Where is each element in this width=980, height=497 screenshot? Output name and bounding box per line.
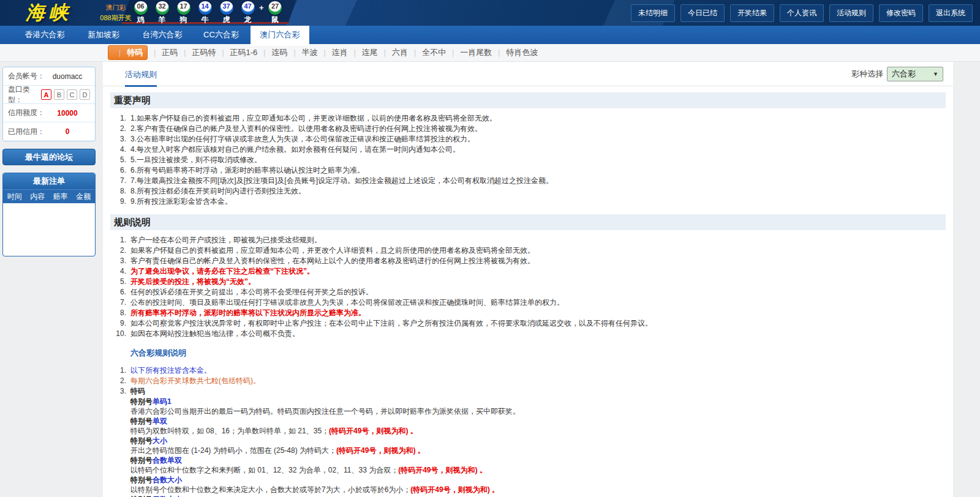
bet-type-tab[interactable]: 正码特: [178, 47, 216, 58]
rule-text: 客户有责任确保自己的帐户及登入资料的保密性，在本网站上以个人的使用者名称及密码进…: [130, 256, 535, 266]
lottery-ball-column: 37 虎: [216, 1, 237, 25]
rule-number: 6.: [110, 165, 126, 176]
lottery-tabs-bar: 香港六合彩 新加坡彩 台湾六合彩 CC六合彩 澳门六合彩: [0, 26, 980, 44]
top-nav: 未结明细 今日已结 开奖结果 个人资讯 活动规则 修改密码 退出系统: [631, 4, 973, 22]
rule-number: 3.: [110, 134, 126, 144]
account-panel: 会员帐号： duomacc 盘口类型： A B C D: [2, 67, 96, 141]
handicap-type-option[interactable]: D: [80, 89, 90, 100]
top-nav-button[interactable]: 活动规则: [829, 4, 873, 22]
important-statement-list: 1. 1.如果客户怀疑自己的资料被盗用，应立即通知本公司，并更改详细数据，以前的…: [110, 113, 946, 207]
rule-text: 6.所有号码赔率将不时浮动，派彩时的赔率将以确认投注时之赔率为准。: [130, 165, 364, 176]
rule-text: 3.公布赔率时出现的任何打字错误或非故意人为失误，本公司保留改正错误和按正确赔率…: [130, 134, 475, 144]
handicap-type-label: 盘口类型：: [8, 84, 39, 105]
rule-item: 2. 如果客户怀疑自己的资料被盗用，应立即通知本公司，并更改个人详细资料，且之前…: [110, 245, 946, 256]
bet-type-tab[interactable]: 一肖尾数: [446, 47, 492, 58]
forum-button[interactable]: 最牛逼的论坛: [2, 149, 96, 165]
top-header: 海峡 澳门彩 088期开奖 06 鸡 32 羊: [0, 0, 980, 26]
rule-number: 5.: [110, 155, 126, 165]
bet-type-tab[interactable]: 六肖: [378, 47, 408, 58]
top-nav-button[interactable]: 今日已结: [680, 4, 725, 22]
lottery-tab[interactable]: CC六合彩: [192, 26, 251, 44]
lottery-ball: 32: [156, 1, 169, 15]
special-number-type: 大小: [153, 436, 167, 445]
lottery-select[interactable]: 六合彩 ▼: [887, 67, 943, 81]
bet-type-tab[interactable]: 正码: [148, 47, 178, 58]
bet-type-tab[interactable]: 全不中: [408, 47, 446, 58]
rule-number: 1.: [110, 235, 126, 245]
top-nav-button[interactable]: 个人资讯: [780, 4, 824, 22]
rule-number: 2.: [110, 245, 126, 256]
rule-item: 7. 7.每注最高投注金额按不同[场次]及[投注项目]及[会员账号]设定浮动。如…: [110, 176, 946, 186]
latest-bets-panel: 最新注单 时间 内容 赔率 金额: [2, 173, 96, 256]
rule-number: 2.: [110, 376, 126, 386]
special-number-prefix: 特别号: [130, 397, 153, 406]
credit-value: 10000: [45, 109, 90, 118]
rule-number: 2.: [110, 124, 126, 134]
special-number-block: 特别号合数大小 以特别号个位数和十位数之和来决定大小，合数大於或等於7为大，小於…: [130, 475, 946, 495]
description-red-note: (特码开49号，则视为和) 。: [329, 427, 418, 435]
lottery-tab[interactable]: 台湾六合彩: [133, 26, 192, 44]
description-red-note: (特码开49号，则视为和) 。: [398, 466, 487, 474]
handicap-type-options: A B C D: [39, 89, 90, 100]
special-number-heading: 特别号合数单双: [130, 455, 946, 465]
top-nav-button[interactable]: 开奖结果: [730, 4, 774, 22]
lottery-select-area: 彩种选择 六合彩 ▼: [851, 67, 943, 81]
bet-type-tab[interactable]: 半波: [287, 47, 317, 58]
description-red-note: (特码开49号，则视为和) 。: [410, 485, 499, 494]
special-number-description: 特码为双数叫特双，如 08、16；为单数叫特单，如 21、35；(特码开49号，…: [130, 426, 946, 436]
lottery-ball-column: 27 鼠: [265, 1, 286, 25]
description-red-note: (特码开49号，则视为和) 。: [336, 446, 425, 455]
rule-item: 2. 2.客户有责任确保自己的账户及登入资料的保密性。以使用者名称及密码进行的任…: [110, 124, 946, 134]
rule-item: 3. 客户有责任确保自己的帐户及登入资料的保密性，在本网站上以个人的使用者名称及…: [110, 256, 946, 266]
ball-number: 14: [201, 2, 208, 10]
rule-item: 6. 6.所有号码赔率将不时浮动，派彩时的赔率将以确认投注时之赔率为准。: [110, 165, 946, 176]
rules-description-list: 1. 客户一经在本公司开户或投注，即被视为已接受这些规则。 2. 如果客户怀疑自…: [110, 235, 946, 339]
section-title-rules: 规则说明: [110, 214, 946, 230]
top-nav-button[interactable]: 修改密码: [879, 4, 923, 22]
zodiac-label: 狗: [180, 15, 187, 25]
rule-item: 1. 客户一经在本公司开户或投注，即被视为已接受这些规则。: [110, 235, 946, 245]
lottery-tab[interactable]: 澳门六合彩: [251, 26, 309, 46]
lottery-ball: 06: [134, 1, 148, 15]
section-title-important: 重要声明: [110, 92, 946, 108]
rule-number: 8.: [110, 186, 126, 196]
rule-item: 8. 所有赔率将不时浮动，派彩时的赔率将以下注状况内所显示之赔率为准。: [110, 308, 946, 318]
rule-text: 1.如果客户怀疑自己的资料被盗用，应立即通知本公司，并更改详细数据，以前的使用者…: [130, 113, 497, 124]
rule-number: 7.: [110, 297, 126, 308]
rule-item: 9. 9.所有投注派彩彩金皆含本金。: [110, 196, 946, 207]
bet-type-tab[interactable]: 正码1-6: [216, 47, 257, 58]
bets-column-header: 金额: [72, 192, 96, 202]
rule-number: 3.: [110, 256, 126, 266]
rule-text: 2.客户有责任确保自己的账户及登入资料的保密性。以使用者名称及密码进行的任何网上…: [130, 124, 482, 134]
bet-type-tab[interactable]: 特码: [108, 45, 148, 60]
rule-item: 8. 8.所有投注都必须在开奖前时间内进行否则投注无效。: [110, 186, 946, 196]
section-title-text: 规则说明: [114, 217, 151, 228]
rule-item: 5. 开奖后接受的投注，将被视为“无效”。: [110, 277, 946, 287]
description-text: 开出之特码范围在 (1-24) 为特码小，范围在 (25-48) 为特码大；: [130, 446, 336, 455]
bet-type-tab[interactable]: 连尾: [348, 47, 378, 58]
lottery-tab[interactable]: 香港六合彩: [15, 26, 74, 44]
bet-type-tab[interactable]: 特肖色波: [492, 47, 538, 58]
special-number-type: 单双: [153, 417, 167, 425]
mark-six-rules-list: 1. 以下所有投注皆含本金。 2. 每期六合彩开奖球数共七粒(包括特码)。 3.…: [110, 365, 946, 397]
lottery-ball: 14: [198, 1, 212, 15]
rule-text: 任何的投诉必须在开奖之前提出，本公司将不会受理任何开奖之后的投诉。: [130, 287, 373, 297]
special-number-prefix: 特别号: [130, 476, 153, 484]
rule-number: 7.: [110, 176, 126, 186]
rule-item: 5. 5.一旦投注被接受，则不得取消或修改。: [110, 155, 946, 165]
top-nav-button[interactable]: 退出系统: [929, 4, 973, 22]
handicap-type-option[interactable]: C: [67, 89, 77, 100]
tab-activity-rules[interactable]: 活动规则: [125, 69, 157, 87]
bet-type-tab[interactable]: 连码: [257, 47, 287, 58]
top-nav-button[interactable]: 未结明细: [631, 4, 675, 22]
rule-number: 6.: [110, 287, 126, 297]
handicap-type-option[interactable]: A: [41, 89, 51, 100]
lottery-ball: 37: [220, 1, 233, 15]
rule-item: 1. 以下所有投注皆含本金。: [110, 365, 946, 376]
handicap-type-option[interactable]: B: [54, 89, 64, 100]
lottery-tab[interactable]: 新加坡彩: [74, 26, 133, 44]
rule-item: 1. 1.如果客户怀疑自己的资料被盗用，应立即通知本公司，并更改详细数据，以前的…: [110, 113, 946, 124]
rule-item: 3. 3.公布赔率时出现的任何打字错误或非故意人为失误，本公司保留改正错误和按正…: [110, 134, 946, 144]
bet-type-tab[interactable]: 连肖: [318, 47, 348, 58]
rule-text: 7.每注最高投注金额按不同[场次]及[投注项目]及[会员账号]设定浮动。如投注金…: [130, 176, 553, 186]
